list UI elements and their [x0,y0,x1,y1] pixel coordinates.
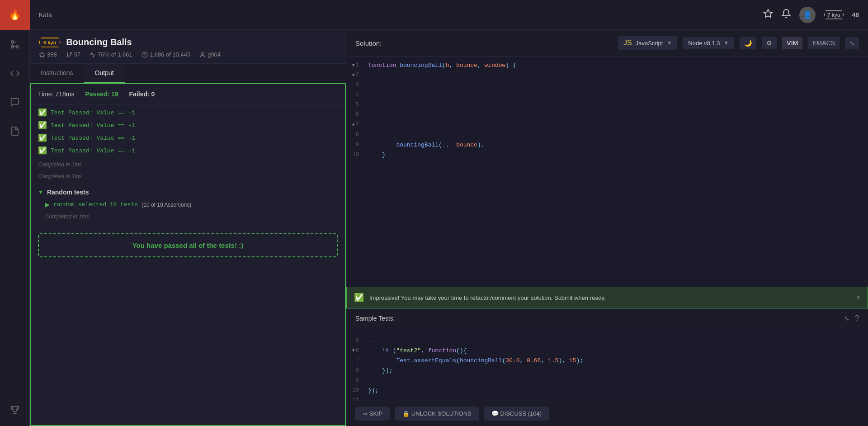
svg-marker-5 [39,52,45,57]
node-chevron-icon: ▼ [723,40,729,46]
code-line-5: 5 [346,100,868,110]
sidebar-item-chat[interactable] [6,93,24,111]
random-tests-header[interactable]: ▼ Random tests [38,186,338,199]
header-actions: 👤 7 kyu 48 [763,7,859,23]
code-line-10: 10 } [346,150,868,160]
theme-toggle[interactable]: 🌙 [740,37,756,49]
sample-code-line-10: 10 }); [346,385,868,395]
logo[interactable]: 🔥 [0,0,30,30]
line-num-9: 9 [346,142,364,148]
sample-tests-label: Sample Tests: [355,315,844,322]
sample-tests-header: Sample Tests: ⤡ ? [346,309,868,328]
discuss-button[interactable]: 💬 DISCUSS (104) [484,407,549,421]
check-icon-2: ✅ [38,121,47,130]
bookmark-icon[interactable] [763,9,773,21]
check-icon-1: ✅ [38,108,47,117]
output-area: Time: 718ms Passed: 19 Failed: 0 ✅ Test … [30,83,346,426]
fullscreen-icon[interactable]: ⤡ [844,315,849,322]
test-line-text-3: Test Passed: Value == -1 [51,135,135,142]
top-header: Kata 👤 7 kyu 48 [30,0,868,30]
sidebar-item-code[interactable] [6,64,24,82]
sidebar-item-trophy[interactable] [6,401,24,419]
svg-point-0 [16,46,19,48]
svg-point-8 [66,55,68,57]
test-line-text-1: Test Passed: Value == -1 [51,109,135,116]
line-num-10: 10 [346,151,364,158]
sample-code-content-8: }); [364,367,393,374]
svg-point-7 [70,52,71,54]
node-version: Node v8.1.3 [688,40,720,47]
help-icon[interactable]: ? [855,314,859,322]
settings-button[interactable]: ⚙ [762,37,777,49]
code-line-3: 3 [346,80,868,90]
kata-title-row: 6 kyu Bouncing Balls [39,37,337,47]
test-line: ✅ Test Passed: Value == -1 [38,119,338,132]
sidebar: 🔥 [0,0,30,426]
sidebar-item-doc[interactable] [6,122,24,140]
js-icon: JS [623,39,632,47]
kata-completed: 1,686 of 10,445 [142,51,190,58]
test-results: ✅ Test Passed: Value == -1 ✅ Test Passed… [31,104,345,159]
kata-author: g964 [199,51,221,58]
test-line-text-2: Test Passed: Value == -1 [51,122,135,129]
fullscreen-button[interactable]: ⤡ [845,37,859,49]
random-test-item[interactable]: ▶ random selected 10 tests (10 of 10 Ass… [38,199,338,211]
sample-code-line-8: 8 }); [346,365,868,375]
test-line: ✅ Test Passed: Value == -1 [38,144,338,157]
left-panel: 6 kyu Bouncing Balls 388 57 76% of 1,661 [30,30,346,426]
kata-stars: 388 [39,51,57,58]
sample-code-line-7: 7 Test.assertEquals(bouncingBall(30.0, 0… [346,355,868,365]
language-selector[interactable]: JS JavaScript ▼ [618,36,677,50]
notification-close[interactable]: × [856,293,860,302]
bell-icon[interactable] [781,9,791,21]
code-line-9: 9 bouncingBall(... bounce), [346,140,868,150]
sample-code-line-6: ▼6 it ("test2", function(){ [346,346,868,355]
tabs: Instructions Output [30,64,346,83]
code-content-9: bouncingBall(... bounce), [364,142,485,148]
skip-button[interactable]: ⇒ SKIP [355,407,390,421]
sample-code-content-7: Test.assertEquals(bouncingBall(30.0, 0.6… [364,357,583,364]
sample-code-line-5: 5 ... [346,336,868,346]
unlock-solutions-button[interactable]: 🔒 UNLOCK SOLUTIONS [395,407,479,421]
emacs-button[interactable]: EMACS [808,37,840,49]
code-editor[interactable]: ▼1 function bouncingBall(h, bounce, wind… [346,57,868,287]
svg-marker-4 [764,9,772,17]
honor-count: 48 [852,11,859,19]
language-name: JavaScript [636,40,663,47]
tab-instructions[interactable]: Instructions [30,64,84,83]
sample-line-num-11: 11 [346,397,364,401]
solution-header: Solution: JS JavaScript ▼ Node v8.1.3 ▼ … [346,30,868,57]
failed-label: Failed: 0 [129,90,155,98]
line-num-1: ▼1 [346,62,364,68]
line-num-3: 3 [346,82,364,88]
toolbar-right: JS JavaScript ▼ Node v8.1.3 ▼ 🌙 ⚙ VIM EM… [618,36,859,50]
code-line-2: ▼2 [346,70,868,80]
check-icon-3: ✅ [38,133,47,142]
vim-button[interactable]: VIM [782,37,802,49]
sidebar-item-git[interactable] [6,35,24,53]
code-content-10: } [364,151,386,158]
logo-icon: 🔥 [9,9,21,21]
right-panel: Solution: JS JavaScript ▼ Node v8.1.3 ▼ … [346,30,868,426]
node-selector[interactable]: Node v8.1.3 ▼ [683,37,734,49]
sample-line-num-8: 8 [346,367,364,374]
time-label: Time: 718ms [38,90,74,98]
check-icon-4: ✅ [38,146,47,155]
line-num-4: 4 [346,92,364,98]
avatar[interactable]: 👤 [799,7,816,23]
sample-code-content-5: ... [364,337,378,344]
code-content-1: function bouncingBall(h, bounce, window)… [364,62,516,69]
test-line: ✅ Test Passed: Value == -1 [38,106,338,119]
test-line: ✅ Test Passed: Value == -1 [38,132,338,144]
sample-code-editor[interactable]: 5 ... ▼6 it ("test2", function(){ 7 [346,328,868,401]
notification-text: Impressive! You may take your time to re… [369,294,851,301]
code-line-1: ▼1 function bouncingBall(h, bounce, wind… [346,60,868,70]
sample-line-num-7: 7 [346,357,364,364]
test-assertions: (10 of 10 Assertions) [142,202,191,208]
pass-message: You have passed all of the tests! :) [132,241,244,249]
output-header: Time: 718ms Passed: 19 Failed: 0 [31,84,345,104]
tab-output[interactable]: Output [84,64,125,83]
action-bar: ⇒ SKIP 🔒 UNLOCK SOLUTIONS 💬 DISCUSS (104… [346,401,868,426]
content-area: 6 kyu Bouncing Balls 388 57 76% of 1,661 [30,30,868,426]
random-tests-section: ▼ Random tests ▶ random selected 10 test… [31,182,345,226]
